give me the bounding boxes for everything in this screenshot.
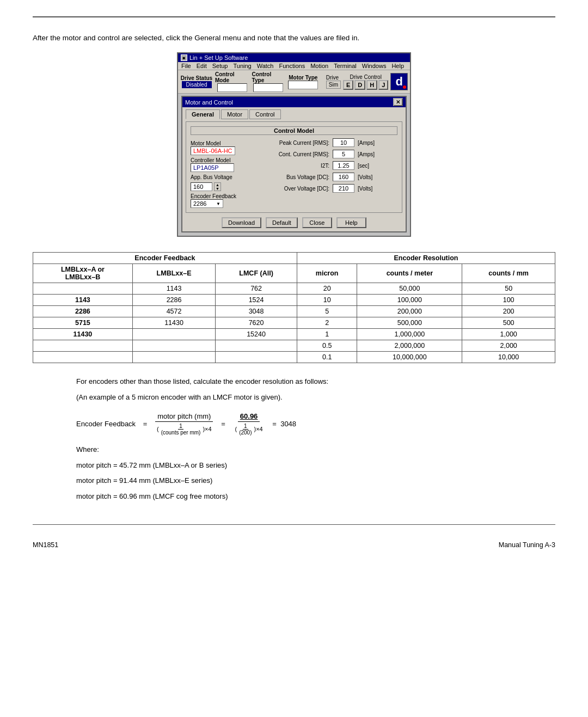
drive-btn-j[interactable]: J <box>378 80 388 90</box>
big-d-display: d <box>390 73 408 90</box>
table-cell: 10,000,000 <box>357 352 462 363</box>
drive-btn-h[interactable]: H <box>366 80 377 90</box>
over-voltage-input[interactable] <box>333 184 354 193</box>
table-cell: 2 <box>297 317 357 329</box>
header-encoder-feedback: Encoder Feedback <box>33 253 297 264</box>
table-cell: 500 <box>462 317 555 329</box>
motor-model-label: Motor Model <box>191 140 261 146</box>
sub-den-2: (200) <box>238 430 253 436</box>
menu-motion[interactable]: Motion <box>309 63 329 69</box>
sub-num-1: 1 <box>178 423 183 430</box>
toolbar-drive-section: Drive Sim <box>324 75 341 89</box>
dialog: Motor and Control ✕ General Motor Contro… <box>181 96 407 232</box>
table-cell: 200,000 <box>357 306 462 317</box>
drive-label: Drive <box>326 75 339 81</box>
close-button[interactable]: Close <box>302 217 332 228</box>
dialog-close-icon[interactable]: ✕ <box>393 98 403 106</box>
help-button[interactable]: Help <box>336 217 366 228</box>
table-row: 0.110,000,00010,000 <box>33 352 555 363</box>
spin-up-icon[interactable]: ▲ <box>215 183 220 187</box>
cont-current-label: Cont. Current [RMS]: <box>264 151 329 157</box>
toolbar-drive-status: Drive Status Disabled <box>180 75 213 88</box>
encoder-table: Encoder Feedback Encoder Resolution LMBL… <box>33 252 555 363</box>
col-header-4: micron <box>297 264 357 283</box>
table-cell: 7620 <box>216 317 297 329</box>
spin-down-icon[interactable]: ▼ <box>215 187 220 191</box>
where-label: Where: <box>76 444 555 456</box>
menu-setup[interactable]: Setup <box>211 63 229 69</box>
menu-tuning[interactable]: Tuning <box>232 63 252 69</box>
menu-functions[interactable]: Functions <box>278 63 306 69</box>
table-cell: 11430 <box>33 329 133 340</box>
formula-section: For encoders other than those listed, ca… <box>76 376 555 502</box>
table-cell: 1,000,000 <box>357 329 462 340</box>
table-row: 57151143076202500,000500 <box>33 317 555 329</box>
table-cell: 1143 <box>33 295 133 306</box>
table-cell <box>132 329 215 340</box>
app-toolbar: Drive Status Disabled Control Mode Contr… <box>178 70 410 94</box>
table-cell <box>33 340 133 352</box>
control-mode-value <box>217 83 247 92</box>
table-cell: 10 <box>297 295 357 306</box>
drive-status-label: Drive Status <box>181 75 212 81</box>
cont-current-input[interactable] <box>333 150 354 158</box>
dialog-tabs[interactable]: General Motor Control <box>182 109 406 119</box>
tab-control[interactable]: Control <box>249 109 280 119</box>
table-cell: 100 <box>462 295 555 306</box>
table-cell: 1,000 <box>462 329 555 340</box>
default-button[interactable]: Default <box>266 217 298 228</box>
table-cell: 2,000,000 <box>357 340 462 352</box>
table-cell: 500,000 <box>357 317 462 329</box>
motor-type-value <box>288 81 318 89</box>
table-cell: 2,000 <box>462 340 555 352</box>
bus-voltage-dc-input[interactable] <box>333 173 354 181</box>
table-cell: 50,000 <box>357 283 462 295</box>
formula-result: = 3048 <box>271 420 296 428</box>
where-section: Where: motor pitch = 45.72 mm (LMBLxx–A … <box>76 444 555 502</box>
sub-num-2: 1 <box>243 423 248 430</box>
peak-current-unit: [Amps] <box>358 140 375 146</box>
dialog-left-panel: Motor Model LMBL-06A-HC Controller Model… <box>191 138 261 208</box>
col-header-3: LMCF (All) <box>216 264 297 283</box>
dialog-title: Motor and Control <box>185 99 233 106</box>
app-menubar[interactable]: File Edit Setup Tuning Watch Functions M… <box>178 62 410 70</box>
table-cell: 100,000 <box>357 295 462 306</box>
col-header-1: LMBLxx–A orLMBLxx–B <box>33 264 133 283</box>
app-bus-voltage-label: App. Bus Voltage <box>191 174 261 180</box>
drive-status-value: Disabled <box>182 81 212 88</box>
menu-windows[interactable]: Windows <box>361 63 388 69</box>
menu-edit[interactable]: Edit <box>195 63 208 69</box>
encoder-feedback-label: Encoder Feedback <box>191 193 261 199</box>
i2t-row: I2T: [sec] <box>264 161 397 170</box>
toolbar-drive-control-section: Drive Control E D H J <box>343 74 388 90</box>
app-icon: ■ <box>181 54 187 61</box>
bus-voltage-input[interactable] <box>191 182 212 191</box>
bus-voltage-dc-unit: [Volts] <box>358 174 372 180</box>
menu-watch[interactable]: Watch <box>256 63 275 69</box>
spin-button[interactable]: ▲ ▼ <box>214 182 221 191</box>
control-mode-label: Control Mode <box>215 71 250 83</box>
peak-current-input[interactable] <box>333 138 354 147</box>
peak-current-row: Peak Current [RMS]: [Amps] <box>264 138 397 147</box>
drive-btn-d[interactable]: D <box>354 80 365 90</box>
section-label: Control Model <box>191 126 397 135</box>
dialog-buttons: Download Default Close Help <box>182 217 406 228</box>
tab-general[interactable]: General <box>186 109 220 119</box>
col-header-5: counts / meter <box>357 264 462 283</box>
i2t-input[interactable] <box>333 161 354 170</box>
table-cell: 50 <box>462 283 555 295</box>
download-button[interactable]: Download <box>222 217 261 228</box>
drive-btn-e[interactable]: E <box>343 80 353 90</box>
menu-help[interactable]: Help <box>390 63 405 69</box>
table-cell: 15240 <box>216 329 297 340</box>
drive-controls: Sim <box>326 81 341 89</box>
dropdown-arrow-icon: ▼ <box>216 201 220 206</box>
menu-file[interactable]: File <box>180 63 192 69</box>
controller-model-label: Controller Model <box>191 157 261 163</box>
encoder-feedback-dropdown[interactable]: 2286 ▼ <box>191 199 223 208</box>
menu-terminal[interactable]: Terminal <box>333 63 358 69</box>
table-cell: 762 <box>216 283 297 295</box>
peak-current-label: Peak Current [RMS]: <box>264 140 329 146</box>
tab-motor[interactable]: Motor <box>221 109 248 119</box>
table-cell: 0.1 <box>297 352 357 363</box>
